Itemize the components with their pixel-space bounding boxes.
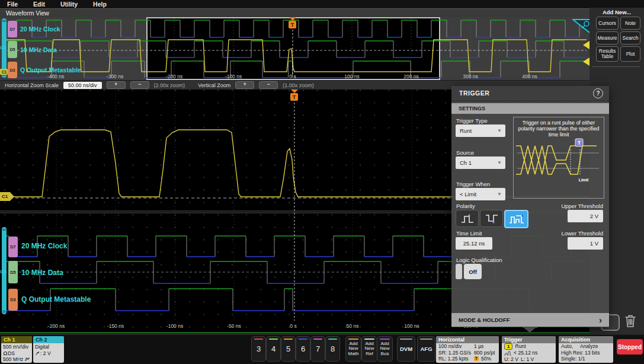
label-clock-main: 20 MHz Clock <box>21 242 67 250</box>
channel-color-stripe <box>269 339 278 340</box>
badge-d3[interactable]: D3 <box>8 62 17 78</box>
badge-d7-main[interactable]: D7 <box>8 237 18 257</box>
axis-tick: -150 ns <box>107 323 124 329</box>
trigger-when-dropdown[interactable]: < Limit▼ <box>456 188 505 200</box>
h-zoom-minus-button[interactable]: − <box>130 81 149 89</box>
badge-d5[interactable]: D5 <box>8 41 17 58</box>
source-value: Ch 1 <box>460 159 472 166</box>
trigger-type-dropdown[interactable]: Runt▼ <box>456 124 505 137</box>
lower-threshold-field[interactable]: 1 V <box>568 237 603 250</box>
menu-file[interactable]: File <box>7 1 18 8</box>
mode-holdoff-label: MODE & HOLDOFF <box>459 317 510 323</box>
source-label: Source <box>456 149 474 156</box>
add-results-table-button[interactable]: Results Table <box>596 46 619 62</box>
v-zoom-plus-button[interactable]: + <box>235 81 254 89</box>
horizontal-badge[interactable]: Horizontal 100 ns/div1 µs SR: 1.25 GS/s8… <box>436 336 499 363</box>
axis-tick: -100 ns <box>225 74 242 79</box>
axis-tick: 300 ns <box>463 74 478 79</box>
time-limit-label: Time Limit <box>456 230 482 237</box>
menu-utility[interactable]: Utility <box>60 1 78 8</box>
axis-tick: -200 ns <box>48 323 65 329</box>
add-new-bus-button[interactable]: AddNewBus <box>377 336 393 362</box>
add-note-button[interactable]: Note <box>620 17 640 30</box>
time-limit-field[interactable]: 25.12 ns <box>456 237 492 250</box>
add-new-math-button[interactable]: AddNewMath <box>345 336 361 362</box>
axis-tick: 0 s <box>289 74 296 79</box>
dvm-button[interactable]: DVM <box>397 336 415 362</box>
source-dropdown[interactable]: Ch 1▼ <box>456 157 505 169</box>
channel-7-button[interactable]: 7 <box>310 336 325 362</box>
channel-5-button[interactable]: 5 <box>281 336 296 362</box>
menu-help[interactable]: Help <box>93 1 107 8</box>
polarity-negative-button[interactable] <box>480 210 503 227</box>
h-zoom-plus-button[interactable]: + <box>107 81 126 89</box>
trigger-position-flag[interactable]: T <box>289 21 296 28</box>
menu-edit[interactable]: Edit <box>33 1 45 8</box>
v-zoom-label: Vertical Zoom <box>198 82 230 88</box>
ch1-scale: 500 mV/div <box>3 344 32 350</box>
add-new-ref-button[interactable]: AddNewRef <box>361 336 377 362</box>
h-window: 1 µs <box>474 343 483 350</box>
add-measure-button[interactable]: Measure <box>596 31 619 44</box>
trigger-badge[interactable]: Trigger 1Runt < 25.12 ns U: 2 VL: 1 V <box>502 336 556 363</box>
label-qout-main: Q Output Metastable <box>21 295 91 304</box>
polarity-either-button[interactable] <box>504 210 528 228</box>
label-data-main: 10 MHz Data <box>21 269 63 277</box>
axis-tick: -200 ns <box>166 74 182 79</box>
trigger-panel-header[interactable]: TRIGGER ? <box>451 86 609 101</box>
add-plot-button[interactable]: Plot <box>620 46 640 62</box>
label-qout: Q Output Metastable <box>20 66 81 74</box>
help-icon[interactable]: ? <box>593 88 603 98</box>
ch1-badge[interactable]: Ch 1 500 mV/div DS 500 MHz <box>1 336 32 363</box>
v-zoom-minus-button[interactable]: − <box>259 81 278 89</box>
oscilloscope-screen: File Edit Utility Help Waveform View -40… <box>0 0 644 364</box>
status-bar: Ch 1 500 mV/div DS 500 MHz Ch 2 Digital … <box>0 335 644 364</box>
badge-d3-main[interactable]: D3 <box>8 289 18 311</box>
channel-color-stripe <box>299 339 307 340</box>
lower-threshold-arrow[interactable] <box>583 58 589 66</box>
dropdown-caret-icon: ▼ <box>497 157 502 169</box>
ref-color-stripe <box>364 339 374 340</box>
cursor-tag-c2[interactable]: C2 <box>0 45 6 50</box>
channel-6-button[interactable]: 6 <box>296 336 310 362</box>
bandwidth-icon <box>25 357 30 361</box>
waveform-overview-pane[interactable]: -400 ns-300 ns-200 ns-100 ns0 s100 ns200… <box>0 17 589 80</box>
upper-threshold-arrow[interactable] <box>583 41 589 49</box>
runt-description: Trigger on a runt pulse of either polari… <box>514 117 604 138</box>
trigger-badge-title: Trigger <box>502 336 556 343</box>
main-trigger-flag[interactable]: T <box>290 93 298 101</box>
afg-button[interactable]: AFG <box>417 336 435 362</box>
positive-runt-icon <box>460 213 475 224</box>
trash-icon[interactable] <box>623 313 638 329</box>
acquisition-badge[interactable]: Acquisition Auto,Analyze High Res: 13 bi… <box>559 336 613 363</box>
afg-stripe <box>420 339 432 340</box>
channel-8-button[interactable]: 8 <box>325 336 340 362</box>
axis-tick: -50 ns <box>227 323 241 329</box>
h-zoom-scale-value[interactable]: 50.00 ns/div <box>63 82 102 89</box>
view-bottom-border <box>0 332 644 333</box>
channel-color-stripe <box>328 339 337 340</box>
ch2-badge[interactable]: Ch 2 Digital : 2 V <box>33 336 64 363</box>
badge-d5-main[interactable]: D5 <box>8 261 18 283</box>
add-cursors-button[interactable]: Cursors <box>596 17 619 30</box>
mode-holdoff-bar[interactable]: MODE & HOLDOFF › <box>451 313 609 327</box>
upper-threshold-field[interactable]: 2 V <box>568 210 603 222</box>
acq-mode: Auto, <box>561 343 573 350</box>
lower-threshold-label: Lower Threshold <box>561 230 603 237</box>
axis-tick: 0 s <box>290 323 296 329</box>
channel-4-button[interactable]: 4 <box>266 336 281 362</box>
channel-3-button[interactable]: 3 <box>251 336 266 362</box>
stopped-button[interactable]: Stopped <box>617 339 643 355</box>
add-search-button[interactable]: Search <box>620 31 640 44</box>
math-color-stripe <box>348 339 358 340</box>
badge-d7[interactable]: D7 <box>8 21 17 37</box>
trigger-when-value: < Limit <box>460 191 476 197</box>
probe-icon <box>3 351 8 356</box>
cursor-tag-c2-main[interactable]: C2 <box>0 269 6 274</box>
ch2-threshold: : 2 V <box>40 350 51 356</box>
tab-waveform-view[interactable]: Waveform View <box>6 9 49 17</box>
trigger-condition: < 25.12 ns <box>514 350 537 356</box>
logic-toggle-track[interactable] <box>456 264 462 279</box>
polarity-positive-button[interactable] <box>456 210 479 227</box>
logic-off-button[interactable]: Off <box>464 264 482 279</box>
